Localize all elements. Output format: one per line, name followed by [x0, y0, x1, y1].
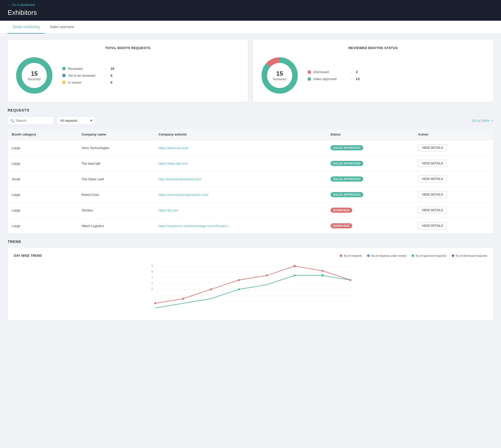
cell-company-website: http://www.thesilverlead.com/	[154, 171, 326, 187]
svg-point-20	[238, 279, 240, 281]
reviewed-booths-donut-section: 15 Reviewed Dismissed - 2	[259, 55, 487, 96]
svg-text:5: 5	[152, 288, 153, 290]
reviewed-booths-center-number: 15	[273, 70, 287, 77]
charts-row: TOTAL BOOTH REQUESTS 15 Received	[8, 40, 493, 102]
search-wrapper: 🔍	[8, 116, 54, 125]
view-details-button[interactable]: VIEW DETAILS	[418, 144, 447, 151]
view-details-button[interactable]: VIEW DETAILS	[418, 175, 447, 183]
reviewed-booths-card: REVIEWED BOOTHS STATUS	[253, 40, 493, 102]
tabs-bar: Deals monitoring Sales overview	[0, 21, 501, 34]
legend-dot-yet-to-review	[62, 74, 65, 77]
legend-name-dismissed: Dismissed	[313, 70, 347, 74]
view-details-button[interactable]: VIEW DETAILS	[418, 160, 447, 167]
legend-dash-in-review: -	[105, 81, 106, 84]
tab-deals-monitoring[interactable]: Deals monitoring	[8, 21, 45, 34]
cell-status: SALES APPROVED	[326, 171, 414, 187]
cell-status: DISMISSED	[326, 203, 414, 218]
view-details-button[interactable]: VIEW DETAILS	[418, 191, 447, 198]
legend-value-reviewed: 15	[110, 67, 114, 71]
cell-company-name: The Silver Leaf	[77, 171, 154, 187]
svg-point-18	[182, 298, 184, 299]
total-booth-donut-section: 15 Received Reviewed - 15	[14, 55, 242, 96]
tab-sales-overview[interactable]: Sales overview	[45, 21, 79, 34]
legend-item-sales-approved: Sales approved - 13	[308, 77, 360, 81]
legend-value-sales-approved: 13	[356, 77, 359, 81]
cell-company-name: The lead talk	[77, 156, 154, 171]
arrow-left-icon: ←	[8, 3, 11, 7]
legend-name-yet-to-review: Yet to be reviewed	[68, 74, 101, 77]
status-badge: SALES APPROVED	[331, 176, 363, 182]
search-input[interactable]	[8, 116, 54, 125]
company-website-link[interactable]: https://lead.talk.com	[158, 162, 188, 165]
cell-status: SALES APPROVED	[326, 140, 414, 156]
legend-dot-reviewed	[62, 67, 65, 70]
svg-point-25	[238, 288, 240, 290]
cell-status: SALES APPROVED	[326, 156, 414, 171]
cell-status: SALES APPROVED	[326, 187, 414, 203]
cell-company-name: Visro Technologies	[77, 140, 154, 156]
cell-booth-category: Large	[8, 156, 77, 171]
table-row: Large Techies https://tk.com DISMISSED V…	[8, 203, 493, 218]
svg-text:7: 7	[152, 276, 153, 279]
total-booth-chart-title: TOTAL BOOTH REQUESTS	[14, 46, 242, 50]
legend-value-in-review: 0	[110, 81, 112, 84]
company-website-link[interactable]: https://www.vis.com/	[158, 146, 189, 150]
trend-label-dismissed: No.of dismissed requests	[456, 254, 487, 257]
view-details-button[interactable]: VIEW DETAILS	[418, 207, 447, 214]
svg-point-22	[293, 265, 296, 267]
company-website-link[interactable]: http://www.thesilverlead.com/	[158, 177, 201, 181]
trend-legend-approved: No.of approved requests	[412, 254, 446, 257]
col-booth-category: Booth category	[8, 129, 77, 140]
col-company-website: Company website	[154, 129, 326, 140]
total-booth-legend: Reviewed - 15 Yet to be reviewed - 0	[62, 67, 114, 84]
page-title: Exhibitors	[8, 9, 493, 17]
cell-booth-category: Large	[8, 203, 77, 218]
svg-point-17	[154, 302, 156, 304]
filter-select[interactable]: All requests Sales approved Dismissed In…	[57, 116, 95, 125]
table-controls: 🔍 All requests Sales approved Dismissed …	[8, 116, 493, 125]
cell-company-website: https://lead.talk.com	[154, 156, 326, 171]
go-to-editor-link[interactable]: Go to Editor ↗	[472, 119, 493, 122]
col-action: Action	[414, 129, 493, 140]
trend-chart-area: 9 8 7 6 5	[14, 263, 487, 315]
reviewed-booths-chart-title: REVIEWED BOOTHS STATUS	[259, 46, 487, 50]
table-header: Booth category Company name Company webs…	[8, 129, 493, 140]
trend-label-requests: No.of requests	[344, 254, 362, 257]
status-badge: SALES APPROVED	[331, 192, 363, 197]
trend-legend-under-review: No.of requests under review	[367, 254, 406, 257]
company-website-link[interactable]: https://tk.com	[158, 208, 178, 212]
table-row: Large Visro Technologies https://www.vis…	[8, 140, 493, 156]
legend-name-reviewed: Reviewed	[68, 67, 101, 71]
legend-value-dismissed: 2	[356, 70, 358, 74]
table-body: Large Visro Technologies https://www.vis…	[8, 140, 493, 234]
view-details-button[interactable]: VIEW DETAILS	[418, 222, 447, 229]
trend-label-approved: No.of approved requests	[416, 254, 446, 257]
cell-company-name: Techies	[77, 203, 154, 218]
cell-booth-category: Large	[8, 218, 77, 234]
trend-legend-dismissed: No.of dismissed requests	[452, 254, 487, 257]
svg-text:8: 8	[152, 270, 153, 273]
company-website-link[interactable]: https://mydemos.zohobackstage.com/Virtua…	[158, 224, 231, 228]
cell-action: VIEW DETAILS	[414, 203, 493, 218]
status-badge: SALES APPROVED	[331, 145, 363, 150]
legend-name-sales-approved: Sales approved	[313, 77, 347, 81]
company-website-link[interactable]: https://www.bostondynamics.com/	[158, 193, 209, 197]
trend-section-title: TREND	[8, 240, 493, 244]
legend-item-yet-to-review: Yet to be reviewed - 0	[62, 74, 114, 77]
requests-section-title: REQUESTS	[8, 108, 493, 112]
trend-legend-requests: No.of requests	[340, 254, 362, 257]
total-booth-donut-center: 15 Received	[28, 70, 41, 81]
svg-point-23	[322, 270, 323, 272]
cell-company-name: Robot Crow	[77, 187, 154, 203]
svg-point-26	[294, 274, 295, 276]
trend-section: TREND DAY WISE TREND No.of requests No.o…	[8, 240, 493, 321]
table-row: Large Albert Logistics https://mydemos.z…	[8, 218, 493, 234]
external-link-icon: ↗	[491, 119, 493, 122]
total-booth-requests-card: TOTAL BOOTH REQUESTS 15 Received	[8, 40, 248, 102]
back-label: Go to dashboard	[12, 3, 35, 7]
back-to-dashboard-link[interactable]: ← Go to dashboard	[8, 3, 493, 7]
legend-name-in-review: In review	[68, 81, 101, 84]
svg-point-24	[349, 279, 351, 281]
table-row: Large Robot Crow https://www.bostondynam…	[8, 187, 493, 203]
table-header-row: Booth category Company name Company webs…	[8, 129, 493, 140]
